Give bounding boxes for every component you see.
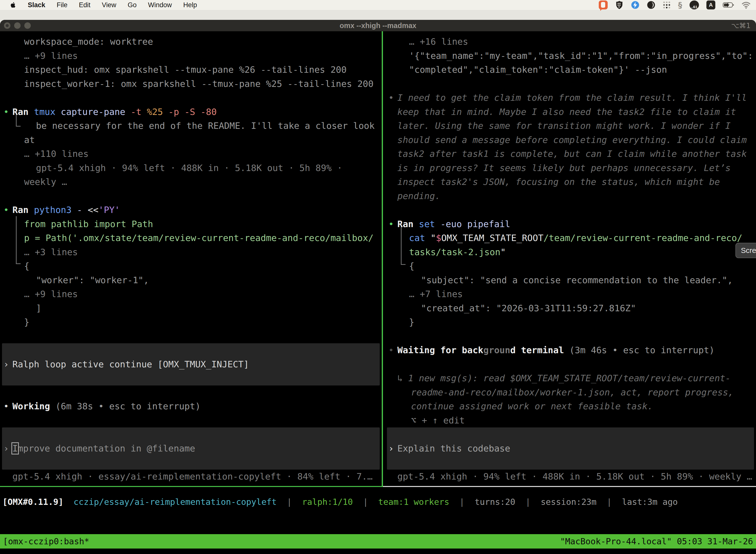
terminal-row: •Working (6m 38s • esc to interrupt) [0,399,382,413]
menu-item-view[interactable]: View [102,1,116,9]
terminal-row: weekly … [0,175,382,189]
macos-menu-bar: Slack FileEditViewGoWindowHelp § ..61 A [0,0,756,10]
apple-menu-icon[interactable] [10,0,16,9]
terminal-row: be necessary for the end of the README. … [0,119,382,133]
terminal-row: { [0,259,382,273]
letter-a-icon[interactable]: A [706,0,715,9]
window-title: omx --xhigh --madmax [339,21,416,30]
minimize-button[interactable] [14,22,20,29]
prompt-band-box[interactable]: ›Ralph loop active continue [OMX_TMUX_IN… [2,343,380,385]
status-segment: | [515,497,541,507]
terminal-line: ↳ 1 new msg(s): read $OMX_TEAM_STATE_ROO… [397,371,731,385]
terminal-row: from pathlib import Path [0,217,382,231]
screen-tooltip: Scre [736,243,756,258]
terminal-row [385,203,756,217]
tmux-pane-right[interactable]: Scre … +16 lines'{"team_name":"my-team",… [385,31,756,486]
terminal-line: tasks/task-2.json" [409,245,506,259]
terminal-row: •I need to get the claim token from the … [385,91,756,105]
terminal-window: omx --xhigh --madmax ⌥⌘1 workspace_mode:… [0,20,756,554]
prompt-band[interactable]: ›Ralph loop active continue [OMX_TMUX_IN… [0,343,382,385]
terminal-row: inspect_worker-1: omx sparkshell --tmux-… [0,77,382,91]
status-segment: | [449,497,475,507]
pane-divider[interactable] [382,31,383,487]
wifi-icon[interactable] [742,0,751,9]
dots-grid-icon[interactable] [663,0,671,9]
tmux-host-time-label: "MacBook-Pro-44.local" 05:03 31-Mar-26 [560,536,753,546]
terminal-line: … +3 lines [24,245,78,259]
status-segment: | [276,497,302,507]
chat-icon[interactable] [599,0,608,9]
terminal-line: { [409,259,415,273]
terminal-line: … +9 lines [24,287,78,301]
menu-app-name[interactable]: Slack [28,1,45,9]
terminal-line: "completed","claim_token":"claim-token"}… [409,63,667,77]
terminal-line: from pathlib import Path [24,217,153,231]
close-button[interactable] [4,22,10,29]
badge-61-icon[interactable]: ..61 [690,0,699,9]
terminal-line: Working (6m 38s • esc to interrupt) [12,399,201,413]
terminal-line: p = Path('.omx/state/team/review-current… [24,231,374,245]
terminal-line: Waiting for background terminal (3m 46s … [397,343,714,357]
battery-charging-icon[interactable] [723,0,734,9]
terminal-row [385,329,756,343]
terminal-line: later. Using the same for transition mig… [397,119,731,133]
status-segment: | [353,497,378,507]
menu-item-file[interactable]: File [57,1,68,9]
terminal-line: … +16 lines [409,35,468,49]
status-segment: | [596,497,622,507]
menu-status-icons: § ..61 A [599,0,756,9]
terminal-row [385,77,756,91]
terminal-row: … +9 lines [0,49,382,63]
bolt-circle-icon[interactable] [631,0,639,9]
terminal-row: should send a message before completing … [385,133,756,147]
prompt-band[interactable]: ›Explain this codebase [385,428,756,469]
menu-item-edit[interactable]: Edit [79,1,90,9]
terminal-row: cat "$OMX_TEAM_STATE_ROOT/team/review-cu… [385,231,756,245]
terminal-line: readme-and-reco/mailbox/worker-1.json, a… [411,385,734,400]
shield-grid-icon[interactable] [615,0,624,9]
terminal-row [0,413,382,428]
menu-item-help[interactable]: Help [183,1,197,9]
crescent-icon[interactable] [647,0,655,9]
window-title-bar[interactable]: omx --xhigh --madmax ⌥⌘1 [0,20,756,31]
terminal-line: Improve documentation in @filename [12,442,195,456]
tmux-session-label: [omx-cczip0:bash* [3,536,89,546]
terminal-line: Ralph loop active continue [OMX_TMUX_INJ… [12,357,249,372]
terminal-line: cat "$OMX_TEAM_STATE_ROOT/team/review-cu… [409,231,742,245]
zoom-button[interactable] [24,22,31,29]
menu-left: Slack FileEditViewGoWindowHelp [0,0,197,9]
terminal-line: ⌥ + ↑ edit [411,413,465,428]
prompt-band-box[interactable]: ›Explain this codebase [387,428,754,469]
tmux-status-bar[interactable]: [omx-cczip0:bash* "MacBook-Pro-44.local"… [0,534,756,549]
terminal-line: gpt-5.4 xhigh · essay/ai-reimplementatio… [12,469,373,484]
status-segment: session:23m [541,497,596,507]
terminal-line: inspect_hud: omx sparkshell --tmux-pane … [24,63,346,77]
tmux-pane-left[interactable]: workspace_mode: worktree… +9 linesinspec… [0,31,382,486]
terminal-row: ] [0,301,382,316]
terminal-line: pending. [397,189,440,203]
terminal-row [0,91,382,105]
terminal-row [0,189,382,203]
status-segment: [OMX#0.11.9] [2,497,63,507]
terminal-row: … +110 lines [0,147,382,161]
terminal-row: ↳ 1 new msg(s): read $OMX_TEAM_STATE_ROO… [385,371,756,385]
terminal-row: tasks/task-2.json" [385,245,756,259]
terminal-line: … +110 lines [24,147,88,161]
terminal-line: "worker": "worker-1", [36,273,149,287]
menu-item-window[interactable]: Window [148,1,172,9]
row-marker: • [388,217,394,231]
terminal-row: "created_at": "2026-03-31T11:59:27.816Z" [385,301,756,316]
terminal-row: … +9 lines [0,287,382,301]
terminal-line: '{"team_name":"my-team","task_id":"1","f… [409,49,753,63]
terminal-line: } [24,315,29,329]
terminal-line: "created_at": "2026-03-31T11:59:27.816Z" [421,301,636,316]
terminal-row: readme-and-reco/mailbox/worker-1.json, a… [385,385,756,400]
screen: { "menu_bar": { "app_name": "Slack", "it… [0,0,756,554]
menu-items: FileEditViewGoWindowHelp [57,1,197,9]
squiggle-icon[interactable]: § [678,0,682,9]
prompt-band[interactable]: ›Improve documentation in @filename [0,428,382,469]
prompt-band-box[interactable]: ›Improve documentation in @filename [2,428,380,469]
terminal-line: gpt-5.4 xhigh · 94% left · 488K in · 5.1… [36,161,342,175]
terminal-line: keep that in mind. Maybe I also need the… [397,105,736,119]
menu-item-go[interactable]: Go [128,1,137,9]
